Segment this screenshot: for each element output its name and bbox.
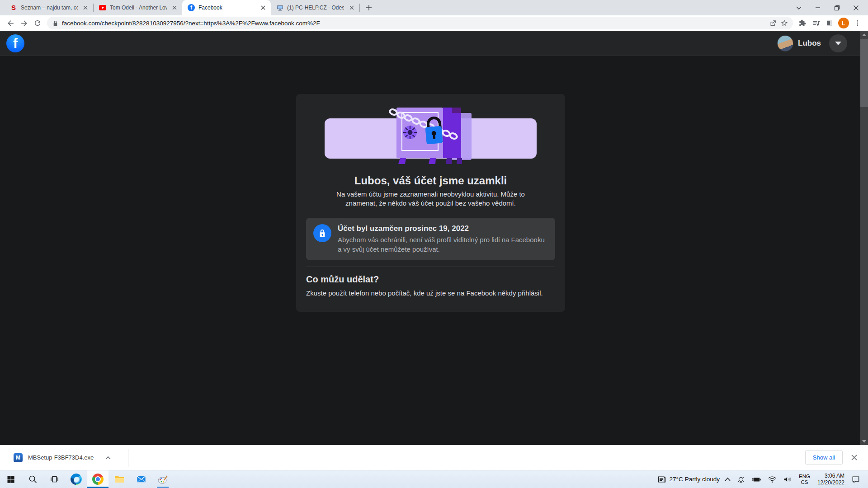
search-icon[interactable] (22, 470, 43, 488)
language-indicator[interactable]: ENG CS (795, 474, 814, 485)
lock-description: Abychom vás ochránili, není váš profil v… (338, 235, 548, 254)
hidden-icons-chevron-icon[interactable] (722, 470, 734, 488)
tab-seznam[interactable]: S Seznam – najdu tam, co neznám (5, 0, 93, 15)
extensions-puzzle-icon[interactable] (796, 16, 809, 30)
facebook-logo-icon[interactable]: f (6, 34, 24, 52)
tab-title: Seznam – najdu tam, co neznám (21, 5, 78, 11)
facebook-header: f Lubos (0, 31, 868, 56)
tab-title: Tom Odell - Another Love (Lyrics (110, 5, 167, 11)
download-options-chevron-icon[interactable] (105, 456, 111, 460)
scrollbar-thumb[interactable] (860, 39, 868, 107)
monitor-favicon-icon (276, 4, 283, 11)
lock-date-title: Účet byl uzamčen prosinec 19, 2022 (338, 224, 548, 233)
browser-profile-avatar[interactable]: L (838, 18, 849, 28)
lock-info-text: Účet byl uzamčen prosinec 19, 2022 Abych… (338, 224, 548, 254)
forward-icon[interactable] (17, 16, 31, 30)
tab-pchelp[interactable]: (1) PC-HELP.CZ - Odeslat nové té (271, 0, 359, 15)
tab-facebook-active[interactable]: f Facebook (182, 0, 271, 15)
browser-menu-kebab-icon[interactable] (851, 16, 864, 30)
seznam-favicon-icon: S (10, 4, 17, 11)
locked-subtitle: Na vašem účtu jsme zaznamenali neobvyklo… (322, 190, 539, 208)
new-tab-button[interactable] (363, 1, 375, 14)
language-secondary: CS (799, 479, 810, 485)
volume-icon[interactable] (780, 470, 795, 488)
profile-menu[interactable]: Lubos (777, 34, 847, 52)
window-controls (789, 0, 865, 15)
system-tray: 27°C Partly cloudy ENG CS 3:06 AM 12/20/… (654, 470, 868, 488)
account-locked-card: Lubos, váš účet jsme uzamkli Na vašem úč… (296, 94, 565, 312)
close-downloads-bar-icon[interactable] (846, 450, 862, 465)
facebook-page: Lubos, váš účet jsme uzamkli Na vašem úč… (0, 56, 868, 445)
browser-toolbar: facebook.com/checkpoint/828281030927956/… (0, 15, 868, 31)
what-can-i-do-body: Zkuste použít telefon nebo počítač, kde … (306, 289, 555, 297)
weather-condition[interactable]: Partly cloudy (685, 476, 722, 483)
minimize-button[interactable] (808, 0, 827, 15)
language-primary: ENG (799, 474, 810, 479)
lock-icon (313, 224, 331, 242)
clock-date: 12/20/2022 (817, 479, 844, 486)
restore-button[interactable] (827, 0, 846, 15)
action-center-icon[interactable] (848, 470, 863, 488)
tab-close-icon[interactable] (259, 4, 267, 12)
paint-app-icon[interactable] (152, 470, 174, 488)
downloads-divider (128, 449, 128, 467)
account-dropdown-button[interactable] (829, 34, 847, 52)
user-avatar[interactable] (777, 35, 793, 52)
tab-close-icon[interactable] (348, 4, 356, 12)
tab-search-icon[interactable] (789, 0, 808, 15)
address-bar[interactable]: facebook.com/checkpoint/828281030927956/… (47, 17, 793, 29)
locked-title: Lubos, váš účet jsme uzamkli (296, 174, 565, 187)
tab-close-icon[interactable] (170, 4, 179, 12)
exe-file-icon: M (14, 453, 23, 462)
youtube-favicon-icon (99, 4, 106, 11)
news-and-interests-icon[interactable] (654, 470, 670, 488)
site-security-lock-icon[interactable] (52, 20, 58, 26)
mail-app-icon[interactable] (130, 470, 152, 488)
download-item[interactable]: M MBSetup-F3BF73D4.exe (12, 450, 115, 466)
tab-youtube[interactable]: Tom Odell - Another Love (Lyrics (94, 0, 182, 15)
lock-info-box: Účet byl uzamčen prosinec 19, 2022 Abych… (306, 218, 555, 260)
reload-icon[interactable] (31, 16, 44, 30)
tab-separator (359, 4, 360, 12)
edge-taskbar-icon[interactable] (65, 470, 87, 488)
scroll-up-icon[interactable] (860, 31, 868, 38)
scroll-down-icon[interactable] (860, 437, 868, 445)
windows-taskbar: 27°C Partly cloudy ENG CS 3:06 AM 12/20/… (0, 470, 868, 488)
close-window-button[interactable] (846, 0, 865, 15)
tab-strip: S Seznam – najdu tam, co neznám Tom Odel… (0, 0, 868, 15)
wifi-icon[interactable] (764, 470, 780, 488)
media-playlist-icon[interactable] (809, 16, 823, 30)
clock-time: 3:06 AM (817, 473, 844, 479)
taskbar-clock[interactable]: 3:06 AM 12/20/2022 (814, 473, 848, 486)
tab-title: Facebook (198, 5, 255, 11)
meet-now-icon[interactable] (734, 470, 748, 488)
bookmark-star-icon[interactable] (778, 17, 790, 29)
facebook-favicon-icon: f (188, 4, 195, 11)
share-icon[interactable] (767, 17, 778, 29)
safe-vault-graphic (296, 94, 565, 165)
downloads-bar: M MBSetup-F3BF73D4.exe Show all (0, 445, 868, 470)
url-text: facebook.com/checkpoint/828281030927956/… (62, 20, 767, 27)
section-divider (306, 267, 555, 267)
back-icon[interactable] (4, 16, 17, 30)
battery-charging-icon[interactable] (748, 470, 764, 488)
chevron-down-icon (835, 42, 841, 45)
show-all-downloads-button[interactable]: Show all (805, 450, 843, 465)
weather-temperature[interactable]: 27°C (670, 476, 685, 483)
tab-close-icon[interactable] (81, 4, 90, 12)
chrome-taskbar-icon-active[interactable] (87, 470, 108, 488)
page-scrollbar[interactable] (860, 31, 868, 445)
tab-title: (1) PC-HELP.CZ - Odeslat nové té (287, 5, 344, 11)
locked-safe-illustration (296, 94, 565, 165)
task-view-icon[interactable] (43, 470, 65, 488)
start-button[interactable] (0, 470, 22, 488)
side-panel-icon[interactable] (823, 16, 836, 30)
user-name: Lubos (798, 39, 821, 48)
what-can-i-do-heading: Co můžu udělat? (306, 274, 555, 285)
download-filename: MBSetup-F3BF73D4.exe (28, 454, 94, 461)
file-explorer-icon[interactable] (108, 470, 130, 488)
